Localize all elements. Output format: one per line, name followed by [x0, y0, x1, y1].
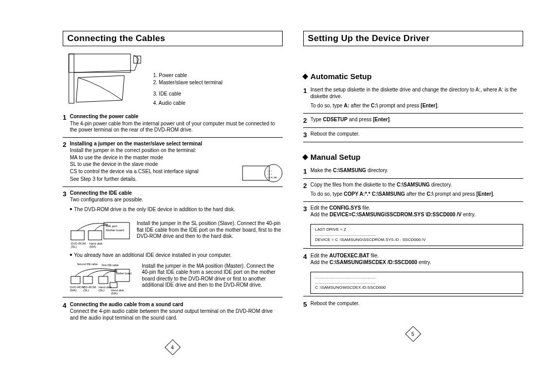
- title-connecting-cables: Connecting the Cables: [63, 31, 283, 46]
- svg-text:Mother board: Mother board: [116, 272, 132, 275]
- man-step-4: 4 Edit the AUTOEXEC.BAT file. Add the C:…: [303, 250, 523, 270]
- step-2-l4: CS to control the device via a CSEL host…: [70, 169, 238, 175]
- step-1-title: Connecting the power cable: [70, 114, 283, 120]
- svg-text:Mother board: Mother board: [106, 229, 124, 232]
- svg-rect-11: [88, 231, 102, 240]
- step-2-l1: Install the jumper in the correct positi…: [70, 147, 238, 154]
- step-3: 3 Connecting the IDE cable Two configura…: [63, 187, 283, 217]
- svg-text:Second IDE cable: Second IDE cable: [77, 263, 98, 266]
- man-step-5-text: Reboot the computer.: [310, 301, 523, 307]
- diagram-2-img: Second IDE cable First IDE cable Mother …: [70, 262, 137, 295]
- callout-3: 3. IDE cable: [153, 90, 223, 98]
- diagram-1-img: IDE port Mother board DVD-ROM(SL) Hard d…: [70, 219, 132, 250]
- drive-svg: [68, 53, 142, 104]
- step-3-bullet1: The DVD-ROM drive is the only IDE device…: [74, 207, 235, 212]
- man-step-4-l2: Add the C:\SAMSUNG\MSCDEX /D:SSCD000 ent…: [310, 259, 523, 266]
- step-1: 1 Connecting the power cable The 4-pin p…: [63, 110, 283, 138]
- step-4-title: Connecting the audio cable from a sound …: [70, 302, 283, 308]
- auto-step-3-num: 3: [303, 131, 310, 139]
- page-number-left: 4: [164, 339, 180, 355]
- svg-text:First IDE cable: First IDE cable: [102, 264, 119, 267]
- auto-step-1-num: 1: [303, 87, 310, 95]
- auto-step-1a: Insert the setup diskette in the diskett…: [310, 87, 523, 100]
- diamond-icon: [302, 73, 308, 79]
- callout-4: 4. Audio cable: [153, 100, 223, 107]
- step-4-num: 4: [63, 302, 70, 309]
- page-right: Setting Up the Device Driver Automatic S…: [303, 31, 523, 311]
- man-step-4-num: 4: [303, 253, 310, 260]
- man-step-4-l1: Edit the AUTOEXEC.BAT file.: [310, 253, 523, 259]
- man-step-1-text: Make the C:\SAMSUNG directory.: [310, 167, 523, 174]
- diagram-1-text: Install the jumper in the SL position (S…: [137, 219, 283, 250]
- step-4: 4 Connecting the audio cable from a soun…: [63, 298, 283, 325]
- man-step-3-l2: Add the DEVICE=C:\SAMSUNG\SSCDROM.SYS \D…: [310, 212, 523, 218]
- diagram-2: Second IDE cable First IDE cable Mother …: [70, 262, 283, 295]
- man-step-3-num: 3: [303, 205, 310, 213]
- auto-step-1b: To do so, type A: after the C:\ prompt a…: [310, 103, 523, 109]
- step-3-intro: Two configurations are possible.: [70, 197, 283, 203]
- diagram-1: IDE port Mother board DVD-ROM(SL) Hard d…: [70, 219, 283, 250]
- auto-step-2-num: 2: [303, 117, 310, 124]
- step-1-num: 1: [63, 114, 70, 121]
- svg-rect-4: [243, 166, 269, 180]
- automatic-setup-heading: Automatic Setup: [303, 72, 523, 81]
- title-device-driver: Setting Up the Device Driver: [303, 31, 523, 46]
- jumper-diagram: ○ ○ ○ ○ ○ ○ CS SL MA: [242, 160, 283, 185]
- auto-step-1: 1 Insert the setup diskette in the diske…: [303, 84, 523, 114]
- page-left: Connecting the Cables 1. Power cable 2. …: [63, 31, 283, 325]
- auto-step-2: 2 Type CDSETUP and press [Enter].: [303, 114, 523, 128]
- man-step-1-num: 1: [303, 167, 310, 175]
- autoexec-box: ........................................…: [310, 272, 523, 294]
- svg-rect-0: [69, 54, 131, 72]
- step-2-l5: See Step 3 for further details.: [70, 176, 238, 183]
- bullet-icon: [70, 208, 72, 210]
- auto-step-3-text: Reboot the computer.: [310, 131, 523, 138]
- svg-rect-1: [69, 54, 74, 103]
- man-step-2b: To do so, type COPY A:*.* C:\SAMSUNG aft…: [310, 191, 523, 198]
- man-step-2: 2 Copy the files from the diskette to th…: [303, 179, 523, 202]
- svg-text:○ ○ ○: ○ ○ ○: [267, 173, 272, 175]
- auto-step-3: 3 Reboot the computer.: [303, 128, 523, 142]
- step-4-body: Connect the 4-pin audio cable between th…: [70, 308, 283, 321]
- step-3-num: 3: [63, 190, 70, 198]
- step-2: 2 Installing a jumper on the master/slav…: [63, 138, 283, 187]
- callout-2: 2. Master/slave select terminal: [153, 79, 223, 86]
- svg-rect-14: [115, 269, 130, 282]
- config-sys-box: LAST DRIVE = Z .........................…: [310, 224, 523, 246]
- man-step-1: 1 Make the C:\SAMSUNG directory.: [303, 164, 523, 179]
- svg-rect-10: [71, 231, 84, 240]
- callout-1: 1. Power cable: [153, 72, 223, 79]
- page-number-right: 5: [405, 326, 421, 342]
- diagram-2-text: Install the jumper in the MA position (M…: [142, 262, 283, 295]
- man-step-2a: Copy the files from the diskette to the …: [310, 182, 523, 189]
- step-2-title: Installing a jumper on the master/slave …: [70, 141, 238, 147]
- step-2-num: 2: [63, 141, 70, 148]
- svg-rect-15: [71, 276, 80, 284]
- callout-list: 1. Power cable 2. Master/slave select te…: [153, 72, 223, 107]
- man-step-3-l1: Edit the CONFIG.SYS file.: [310, 205, 523, 212]
- auto-step-2-text: Type CDSETUP and press [Enter].: [310, 117, 523, 123]
- manual-setup-heading: Manual Setup: [303, 153, 523, 161]
- step-2-l3: SL to use the device in the slave mode: [70, 161, 238, 168]
- svg-rect-16: [83, 276, 92, 284]
- man-step-2-num: 2: [303, 182, 310, 190]
- svg-text:IDE port: IDE port: [106, 225, 117, 228]
- diamond-icon: [302, 154, 308, 160]
- svg-text:CS SL MA: CS SL MA: [267, 176, 277, 179]
- step-3-title: Connecting the IDE cable: [70, 190, 283, 197]
- svg-text:○ ○ ○: ○ ○ ○: [267, 170, 272, 172]
- step-3-bullet2: You already have an additional IDE devic…: [74, 252, 232, 258]
- step-2-l2: MA to use the device in the master mode: [70, 155, 238, 161]
- man-step-3: 3 Edit the CONFIG.SYS file. Add the DEVI…: [303, 202, 523, 222]
- man-step-5-num: 5: [303, 301, 310, 308]
- step-1-body: The 4-pin power cable from the internal …: [70, 121, 283, 134]
- bullet-icon: [70, 254, 72, 256]
- drive-rear-illustration: 1. Power cable 2. Master/slave select te…: [63, 51, 283, 110]
- man-step-5: 5 Reboot the computer.: [303, 297, 523, 311]
- svg-rect-17: [99, 276, 108, 284]
